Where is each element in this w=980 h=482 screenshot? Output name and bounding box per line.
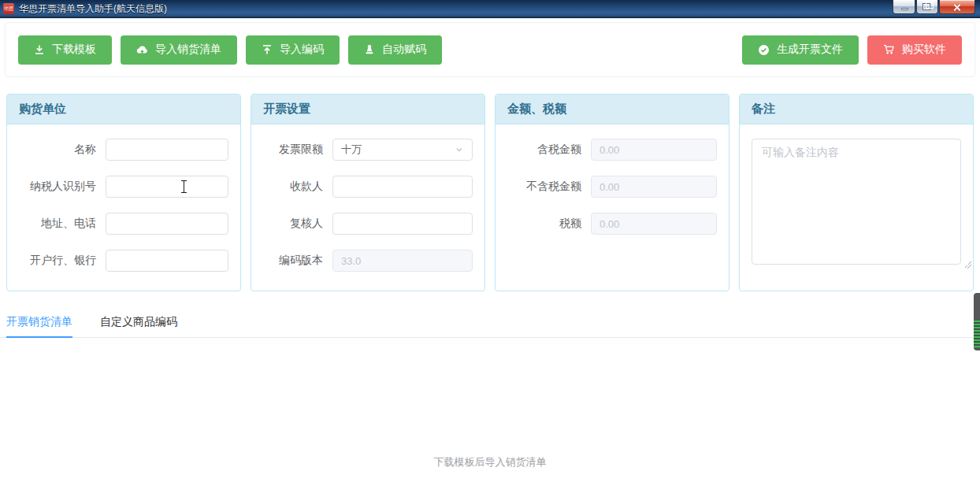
close-button[interactable] bbox=[939, 0, 975, 14]
toolbar: 下载模板 导入销货清单 导入编码 自动赋码 生成开票文件 bbox=[5, 22, 975, 77]
download-icon bbox=[34, 44, 45, 55]
window-controls bbox=[892, 0, 975, 14]
toolbar-right-group: 生成开票文件 购买软件 bbox=[742, 35, 962, 65]
tax-included-label: 含税金额 bbox=[507, 143, 581, 157]
minimize-button[interactable] bbox=[893, 0, 915, 14]
bank-input[interactable] bbox=[106, 250, 228, 272]
invoice-limit-select[interactable]: 十万 bbox=[332, 139, 473, 161]
remarks-panel: 备注 bbox=[739, 94, 974, 291]
buyer-name-label: 名称 bbox=[19, 143, 96, 157]
payee-input[interactable] bbox=[332, 176, 473, 198]
tax-included-input bbox=[591, 139, 717, 161]
check-circle-icon bbox=[758, 44, 770, 56]
invoice-settings-title: 开票设置 bbox=[251, 95, 484, 124]
chevron-down-icon bbox=[455, 145, 464, 154]
restore-icon bbox=[923, 4, 930, 9]
generate-invoice-file-button[interactable]: 生成开票文件 bbox=[742, 35, 859, 65]
reviewer-input[interactable] bbox=[332, 213, 473, 235]
minimize-icon bbox=[901, 8, 908, 10]
title-bar: 华思 华思开票清单导入助手(航天信息版) bbox=[0, 0, 980, 18]
upload-icon bbox=[262, 44, 273, 55]
remarks-panel-title: 备注 bbox=[740, 95, 973, 124]
invoice-limit-value: 十万 bbox=[341, 143, 362, 157]
generate-invoice-file-label: 生成开票文件 bbox=[777, 43, 843, 57]
code-version-label: 编码版本 bbox=[263, 254, 323, 268]
taxpayer-id-input[interactable] bbox=[106, 176, 228, 198]
amounts-panel: 金额、税额 含税金额 不含税金额 税额 bbox=[495, 94, 729, 291]
tax-amount-label: 税额 bbox=[507, 217, 581, 231]
side-float-widget[interactable] bbox=[974, 293, 980, 350]
window-title: 华思开票清单导入助手(航天信息版) bbox=[19, 2, 167, 16]
buy-software-label: 购买软件 bbox=[902, 43, 946, 57]
payee-label: 收款人 bbox=[263, 180, 323, 194]
import-code-label: 导入编码 bbox=[280, 43, 324, 57]
tab-bar: 开票销货清单 自定义商品编码 bbox=[0, 310, 980, 338]
tax-excluded-input bbox=[591, 176, 717, 198]
titlebar-divider bbox=[0, 18, 980, 19]
invoice-settings-panel: 开票设置 发票限额 十万 收款人 复核人 编码版本 bbox=[251, 94, 485, 291]
address-phone-input[interactable] bbox=[106, 213, 228, 235]
app-icon: 华思 bbox=[3, 3, 14, 14]
import-sales-list-button[interactable]: 导入销货清单 bbox=[121, 35, 237, 65]
auto-code-label: 自动赋码 bbox=[382, 43, 426, 57]
restore-button[interactable] bbox=[916, 0, 938, 14]
tax-amount-input bbox=[591, 213, 717, 235]
tab-custom-product-code[interactable]: 自定义商品编码 bbox=[100, 310, 177, 337]
auto-code-button[interactable]: 自动赋码 bbox=[348, 35, 442, 65]
stamp-icon bbox=[364, 44, 375, 55]
import-sales-list-label: 导入销货清单 bbox=[155, 43, 221, 57]
reviewer-label: 复核人 bbox=[263, 217, 323, 231]
buyer-panel-title: 购货单位 bbox=[7, 95, 240, 124]
address-phone-label: 地址、电话 bbox=[19, 217, 96, 231]
tab-sales-list[interactable]: 开票销货清单 bbox=[6, 310, 72, 338]
panels-row: 购货单位 名称 纳税人识别号 地址、电话 开户行、银行 开票设置 bbox=[6, 94, 974, 291]
side-widget-stripes-icon bbox=[974, 321, 980, 347]
cloud-upload-icon bbox=[136, 44, 148, 55]
close-icon bbox=[952, 3, 961, 12]
buy-software-button[interactable]: 购买软件 bbox=[867, 35, 962, 65]
remarks-textarea[interactable] bbox=[752, 139, 961, 265]
invoice-limit-label: 发票限额 bbox=[263, 143, 323, 157]
tax-excluded-label: 不含税金额 bbox=[507, 180, 581, 194]
download-template-label: 下载模板 bbox=[52, 43, 96, 57]
taxpayer-id-label: 纳税人识别号 bbox=[19, 180, 96, 194]
buyer-name-input[interactable] bbox=[106, 139, 228, 161]
empty-state-hint: 下载模板后导入销货清单 bbox=[0, 455, 980, 469]
code-version-input bbox=[332, 250, 473, 272]
buyer-panel: 购货单位 名称 纳税人识别号 地址、电话 开户行、银行 bbox=[6, 94, 241, 291]
import-code-button[interactable]: 导入编码 bbox=[246, 35, 340, 65]
cart-icon bbox=[883, 44, 895, 55]
bank-label: 开户行、银行 bbox=[19, 254, 96, 268]
amounts-panel-title: 金额、税额 bbox=[496, 95, 729, 124]
resize-grip-icon bbox=[964, 261, 971, 269]
download-template-button[interactable]: 下载模板 bbox=[18, 35, 112, 65]
